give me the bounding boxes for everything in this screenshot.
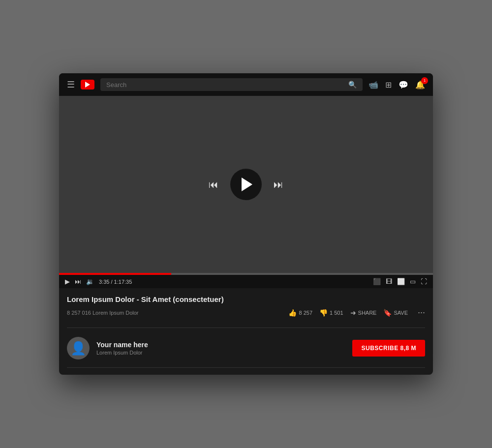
more-options-button[interactable]: ··· [418, 307, 425, 318]
thumb-up-icon: 👍 [288, 309, 297, 317]
youtube-logo[interactable] [81, 80, 94, 90]
chat-icon[interactable]: 💬 [399, 80, 408, 90]
channel-info: Your name here Lorem Ipsum Dolor [96, 341, 345, 356]
video-info: Lorem Ipsum Dolor - Sit Amet (consectetu… [59, 288, 433, 323]
save-button[interactable]: 🔖 SAVE [383, 309, 408, 317]
time-display: 3:35 / 1:17:35 [99, 279, 132, 285]
navbar: ☰ 🔍 📹 ⊞ 💬 🔔 1 [59, 73, 433, 96]
prev-button[interactable]: ⏮ [209, 179, 218, 190]
controls-left: ▶ ⏭ 🔉 3:35 / 1:17:35 [65, 278, 368, 285]
video-title: Lorem Ipsum Dolor - Sit Amet (consectetu… [67, 295, 425, 303]
like-button[interactable]: 👍 8 257 [288, 309, 312, 317]
save-icon: 🔖 [383, 309, 392, 317]
bell-icon[interactable]: 🔔 1 [415, 80, 425, 90]
next-small-icon[interactable]: ⏭ [75, 278, 81, 285]
video-meta-row: 8 257 016 Lorem Ipsum Dolor 👍 8 257 👎 1 … [67, 307, 425, 318]
search-icon[interactable]: 🔍 [348, 81, 357, 89]
video-camera-icon[interactable]: 📹 [369, 80, 378, 90]
dislike-count: 1 501 [330, 310, 343, 316]
controls-right: ⬛ 🎞 ⬜ ▭ ⛶ [373, 278, 427, 285]
search-input[interactable] [106, 81, 344, 89]
play-small-icon[interactable]: ▶ [65, 278, 70, 285]
progress-bar[interactable] [59, 273, 433, 275]
quality-icon[interactable]: 🎞 [386, 278, 392, 285]
share-icon: ➜ [350, 309, 356, 317]
channel-row: 👤 Your name here Lorem Ipsum Dolor SUBSC… [59, 333, 433, 367]
hamburger-icon[interactable]: ☰ [67, 79, 75, 90]
volume-icon[interactable]: 🔉 [86, 278, 94, 285]
channel-name: Your name here [96, 341, 345, 349]
subtitles-icon[interactable]: ⬛ [373, 278, 381, 285]
video-center-controls: ⏮ ⏭ [209, 169, 283, 200]
thumb-down-icon: 👎 [319, 309, 328, 317]
video-player[interactable]: ⏮ ⏭ [59, 96, 433, 273]
grid-icon[interactable]: ⊞ [385, 80, 392, 90]
divider-1 [67, 328, 425, 328]
action-buttons: 👍 8 257 👎 1 501 ➜ SHARE 🔖 SAVE ··· [288, 307, 425, 318]
channel-subscriber-count: Lorem Ipsum Dolor [96, 350, 345, 356]
bottom-divider [67, 367, 425, 368]
bell-badge: 1 [421, 77, 428, 84]
view-count: 8 257 016 Lorem Ipsum Dolor [67, 310, 288, 316]
avatar-icon: 👤 [70, 341, 86, 356]
player-container: ☰ 🔍 📹 ⊞ 💬 🔔 1 ⏮ ⏭ [59, 73, 433, 375]
play-icon [242, 178, 252, 191]
yt-play-triangle [85, 82, 90, 88]
save-label: SAVE [394, 310, 408, 316]
pip-icon[interactable]: ⬜ [397, 278, 405, 285]
like-count: 8 257 [299, 310, 312, 316]
subscribe-button[interactable]: SUBSCRIBE 8,8 M [352, 340, 425, 357]
share-label: SHARE [358, 310, 377, 316]
fullscreen-icon[interactable]: ⛶ [421, 278, 427, 285]
navbar-left: ☰ [67, 79, 94, 90]
progress-fill [59, 273, 171, 275]
dislike-button[interactable]: 👎 1 501 [319, 309, 343, 317]
channel-avatar[interactable]: 👤 [67, 337, 90, 359]
play-button[interactable] [230, 169, 262, 200]
video-bottom-controls: ▶ ⏭ 🔉 3:35 / 1:17:35 ⬛ 🎞 ⬜ ▭ ⛶ [59, 275, 433, 288]
theater-icon[interactable]: ▭ [410, 278, 416, 285]
next-button[interactable]: ⏭ [274, 179, 283, 190]
navbar-right: 📹 ⊞ 💬 🔔 1 [369, 80, 425, 90]
search-bar: 🔍 [100, 78, 363, 91]
share-button[interactable]: ➜ SHARE [350, 309, 377, 317]
